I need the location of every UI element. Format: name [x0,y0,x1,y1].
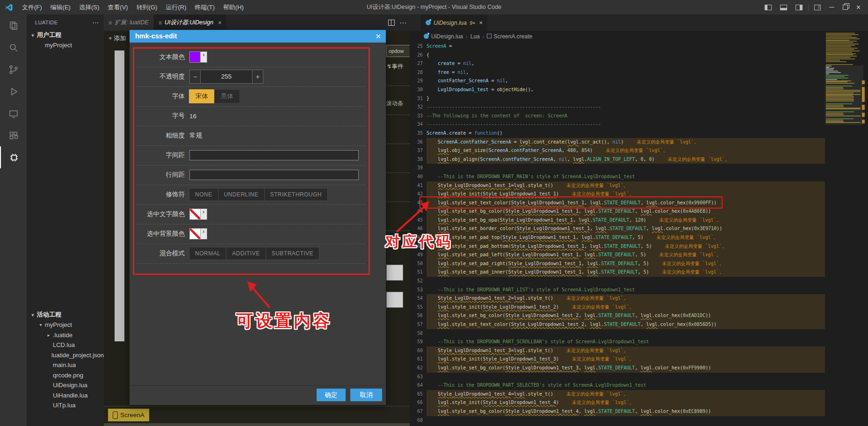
line-number[interactable]: 54 [410,294,423,303]
increment-button[interactable]: + [252,70,263,84]
menu-item[interactable]: 编辑(E) [46,0,75,14]
text-input[interactable] [189,150,359,160]
minimap[interactable] [825,33,863,421]
breadcrumb-item[interactable]: ScreenA.create [487,33,532,40]
line-number[interactable]: 51 [410,268,423,277]
line-number[interactable]: 62 [410,364,423,373]
menu-item[interactable]: 文件(F) [18,0,46,14]
option-button[interactable]: NORMAL [189,247,226,260]
menu-item[interactable]: 终端(T) [190,0,219,14]
toggle-panel-icon[interactable] [780,5,787,10]
line-number[interactable]: 49 [410,251,423,260]
tab-ui-designer[interactable]: ≡ UI设计器:UiDesign × [154,14,227,31]
sidebar-item-main-lua[interactable]: main.lua [27,360,104,370]
color-swatch[interactable] [189,51,201,63]
line-number[interactable]: 40 [410,173,423,181]
line-number[interactable]: 37 [410,146,423,155]
stepper-value[interactable]: 255 [201,70,252,84]
line-number[interactable]: 39 [410,164,423,173]
line-number[interactable]: 65 [410,390,423,399]
search-icon[interactable] [0,36,27,58]
line-number[interactable]: 35 [410,129,423,138]
menu-item[interactable]: 帮助(H) [219,0,248,14]
text-input[interactable] [189,170,359,180]
property-swatch-fragment[interactable] [386,265,403,281]
minimize-icon[interactable] [829,7,834,7]
option-button[interactable]: STRIKETHROUGH [264,188,328,201]
dropdown-widget-fragment[interactable]: opdow [386,45,412,57]
screen-tab-screena[interactable]: ScreenA [108,409,149,421]
option-button[interactable]: NONE [189,188,218,201]
line-number[interactable]: 59 [410,338,423,347]
toggle-secondary-sidebar-icon[interactable] [796,5,803,10]
line-number[interactable]: 53 [410,286,423,295]
breadcrumb-item[interactable]: UiDesign.lua [424,33,463,40]
events-tab-fragment[interactable]: ↯事件 [387,63,403,71]
sidebar-item-myproject[interactable]: myProject [27,40,104,51]
toggle-sidebar-icon[interactable] [765,5,772,10]
line-number[interactable]: 26 [410,51,423,60]
sidebar-item-qrcode-png[interactable]: qrcode.png [27,370,104,381]
designer-canvas-strip[interactable] [115,51,124,341]
line-number[interactable]: 30 [410,86,423,94]
menu-item[interactable]: 查看(V) [103,0,132,14]
color-swatch[interactable] [189,209,201,220]
device-icon[interactable] [0,102,27,124]
source-control-icon[interactable] [0,58,27,80]
line-number[interactable]: 25 [410,42,423,51]
split-editor-icon[interactable] [388,20,395,26]
line-number[interactable]: 50 [410,260,423,268]
more-actions-icon[interactable]: ⋯ [93,19,99,26]
line-number[interactable]: 60 [410,347,423,355]
sidebar-item-uihandle-lua[interactable]: UiHandle.lua [27,390,104,401]
option-button[interactable]: SUBTRACTIVE [266,247,320,260]
line-number[interactable]: 63 [410,373,423,382]
line-number[interactable]: 57 [410,320,423,329]
line-number[interactable]: 67 [410,407,423,416]
run-debug-icon[interactable] [0,80,27,102]
line-number[interactable]: 27 [410,59,423,68]
property-swatch-fragment[interactable] [386,292,403,308]
toggle-option[interactable]: 宋体 [189,89,215,103]
restore-icon[interactable] [843,5,848,10]
clear-color-button[interactable]: x [201,228,207,239]
line-number[interactable]: 38 [410,155,423,164]
line-number[interactable]: 56 [410,311,423,320]
breadcrumb-item[interactable]: Lua [470,33,480,40]
explorer-icon[interactable] [0,14,27,36]
line-number[interactable]: 61 [410,355,423,364]
line-number[interactable]: 55 [410,303,423,312]
sidebar-section-header[interactable]: ▾活动工程 [27,310,104,320]
close-tab-icon[interactable]: × [479,19,483,26]
sidebar-item-uitp-lua[interactable]: UiTp.lua [27,400,104,411]
more-actions-icon[interactable]: ⋯ [399,19,407,27]
sidebar-section-header[interactable]: ▾用户工程 [27,30,104,40]
sidebar-item--luatide[interactable]: ▸.luatide [27,330,104,340]
tab-extension-luatide[interactable]: ≡ 扩展: luatIDE [104,14,154,31]
tab-uidesign-lua[interactable]: UiDesign.lua 9+ × [421,14,487,31]
sidebar-item-lcd-lua[interactable]: LCD.lua [27,340,104,350]
chip-icon[interactable] [0,146,27,168]
option-button[interactable]: ADDITIVE [226,247,266,260]
cancel-button[interactable]: 取消 [350,389,382,401]
line-number[interactable]: 28 [410,68,423,77]
customize-layout-icon[interactable] [814,5,821,10]
sidebar-item-myproject[interactable]: ▾myProject [27,320,104,330]
line-number[interactable]: 41 [410,181,423,190]
line-number[interactable]: 32 [410,103,423,112]
menu-item[interactable]: 运行(R) [161,0,190,14]
line-number[interactable]: 68 [410,416,423,425]
line-number[interactable]: 64 [410,381,423,390]
clear-color-button[interactable]: x [201,209,207,220]
decrement-button[interactable]: − [189,70,201,84]
option-button[interactable]: UNDERLINE [218,188,265,201]
close-tab-icon[interactable]: × [218,19,222,26]
line-number[interactable]: 36 [410,138,423,147]
toggle-option[interactable]: 黑体 [214,89,240,103]
ok-button[interactable]: 确定 [317,389,346,401]
line-number[interactable]: 58 [410,329,423,338]
menu-item[interactable]: 转到(G) [132,0,162,14]
dialog-close-icon[interactable]: ✕ [375,30,381,43]
line-number[interactable]: 34 [410,120,423,129]
line-number[interactable]: 33 [410,112,423,121]
